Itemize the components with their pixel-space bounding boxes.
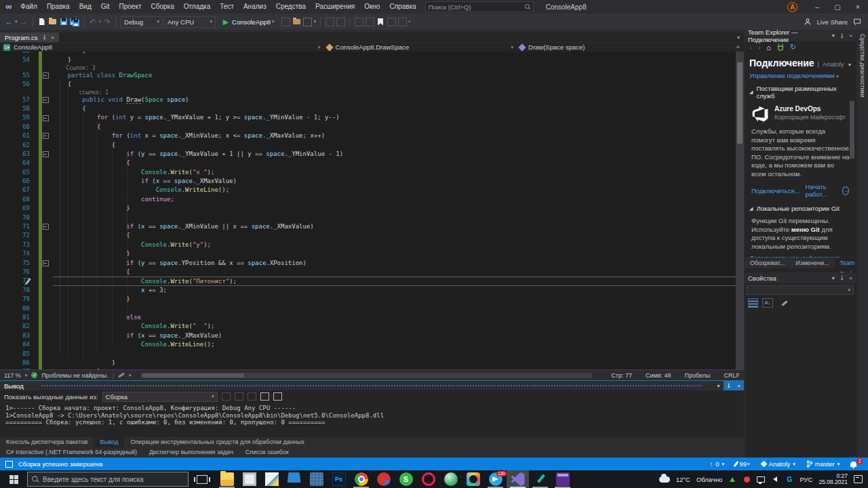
tool-tab[interactable]: Список ошибок: [239, 447, 295, 458]
next-bookmark-icon[interactable]: [398, 18, 407, 26]
code-cleanup-dropdown-icon[interactable]: ▾: [129, 373, 132, 378]
breadcrumb-dropdown-icon-2[interactable]: ▾: [511, 45, 514, 50]
clear-output-icon[interactable]: [273, 392, 282, 401]
get-started-link[interactable]: Начать работ...: [806, 183, 837, 198]
output-text[interactable]: 1>------ Сборка начата: проект: ConsoleA…: [0, 403, 744, 426]
code-line[interactable]: 85: [0, 350, 744, 359]
scrollbar-thumb[interactable]: [737, 62, 743, 144]
solution-configuration-combo[interactable]: Debug▾: [121, 16, 163, 28]
outgoing-commits-indicator[interactable]: ↑0▾: [709, 460, 724, 468]
arrow-circle-icon[interactable]: →: [842, 186, 849, 195]
navigate-back-icon[interactable]: ←: [4, 16, 14, 27]
maximize-button[interactable]: ▢: [827, 0, 848, 14]
menu-вид[interactable]: Вид: [75, 0, 96, 14]
active-files-dropdown-icon[interactable]: ▾: [737, 35, 740, 41]
account-avatar[interactable]: A: [787, 2, 797, 12]
indent-increase-icon[interactable]: [336, 18, 345, 26]
section-expanded-icon[interactable]: ◢: [749, 206, 753, 211]
action-center-icon[interactable]: [854, 475, 863, 483]
task-view-icon[interactable]: [197, 475, 208, 484]
categorized-view-icon[interactable]: [748, 298, 758, 308]
repository-indicator[interactable]: Anatoly▾: [762, 460, 795, 468]
weather-cloud-icon[interactable]: [659, 476, 670, 483]
te-forward-icon[interactable]: ›: [758, 43, 761, 52]
codelens-label[interactable]: ссылка: 1: [53, 89, 108, 96]
props-close-icon[interactable]: ×: [849, 275, 852, 281]
word-wrap-icon[interactable]: [260, 392, 269, 401]
save-all-icon[interactable]: [70, 16, 79, 27]
output-title-bar[interactable]: Вывод ▾ ⊸ ×: [0, 380, 744, 390]
menu-тест[interactable]: Тест: [215, 0, 239, 14]
run-target-label[interactable]: ConsoleApp8: [232, 18, 271, 26]
find-message-icon[interactable]: [222, 392, 231, 401]
weather-temp[interactable]: 12°C: [676, 476, 690, 483]
pin-icon[interactable]: ⊸: [725, 383, 732, 388]
branch-indicator[interactable]: master▾: [806, 460, 840, 468]
spaces-mode[interactable]: Пробелы: [685, 372, 711, 379]
minimize-button[interactable]: –: [807, 0, 827, 14]
connect-plug-icon[interactable]: [777, 43, 784, 52]
pin-icon[interactable]: ⊸: [839, 275, 846, 281]
pending-changes-indicator[interactable]: 99+: [735, 460, 751, 468]
tab-program-cs[interactable]: Program.cs ⊸ ×: [0, 33, 59, 42]
te-scrollbar-thumb[interactable]: [850, 101, 854, 159]
codelens-label[interactable]: Ссылок: 3: [53, 65, 96, 71]
props-dropdown-icon[interactable]: ▾: [832, 275, 835, 281]
tray-red-status-icon[interactable]: [743, 475, 751, 483]
solution-platform-combo[interactable]: Any CPU▾: [164, 16, 216, 28]
menu-расширения[interactable]: Расширения: [311, 0, 359, 14]
fold-collapse-icon[interactable]: −: [43, 73, 49, 79]
undo-dropdown-icon[interactable]: ▾: [99, 19, 102, 24]
uncomment-icon[interactable]: [366, 18, 374, 26]
volume-icon[interactable]: [771, 475, 779, 483]
toolbar-overflow-icon[interactable]: ▾: [408, 19, 411, 24]
code-cleanup-icon[interactable]: [118, 372, 125, 378]
codelens-row[interactable]: Ссылок: 3: [0, 65, 744, 71]
window-position-dropdown-icon[interactable]: ▾: [713, 381, 724, 390]
tab-diagnostic-tools[interactable]: Средства диагностики: [859, 30, 866, 98]
screenshot-icon[interactable]: [303, 18, 312, 26]
menu-справка[interactable]: Справка: [384, 0, 420, 14]
notifications-indicator[interactable]: 2: [850, 462, 863, 467]
new-project-icon[interactable]: [37, 16, 47, 27]
header-dropdown-icon[interactable]: ▾: [848, 62, 851, 68]
fold-collapse-icon[interactable]: −: [43, 260, 49, 266]
navigate-back-dropdown-icon[interactable]: ▾: [15, 19, 18, 24]
taskbar-app-paint[interactable]: [260, 470, 283, 488]
undo-icon[interactable]: ↶: [88, 16, 98, 27]
tool-tab[interactable]: Диспетчер выполнения задач: [143, 447, 239, 458]
code-line[interactable]: 59−for (int y = space._YMaxValue + 1; y …: [0, 113, 744, 122]
logitech-g-icon[interactable]: G: [785, 475, 793, 483]
editor-vertical-scrollbar[interactable]: [736, 52, 744, 369]
fold-collapse-icon[interactable]: −: [43, 133, 49, 139]
taskbar-app-visual-studio[interactable]: [507, 470, 529, 488]
properties-title-bar[interactable]: Свойства ▾ ⊸ ×: [745, 272, 856, 283]
codelens-row[interactable]: ссылка: 1: [0, 89, 744, 96]
live-share-label[interactable]: Live Share: [817, 18, 848, 26]
menu-отладка[interactable]: Отладка: [179, 0, 216, 14]
right-panel-tab[interactable]: Обозреват...: [745, 258, 790, 268]
goto-prev-message-icon[interactable]: [235, 392, 243, 401]
weather-condition[interactable]: Облачно: [696, 476, 723, 483]
taskbar-app-calculator[interactable]: [305, 470, 328, 488]
open-file-icon[interactable]: [48, 16, 58, 27]
fold-collapse-icon[interactable]: −: [43, 151, 49, 157]
te-back-icon[interactable]: ‹: [749, 43, 752, 52]
tool-tab[interactable]: C# Interactive (.NET Framework 64-разряд…: [0, 447, 143, 458]
connect-link[interactable]: Подключиться...: [751, 187, 800, 195]
refresh-icon[interactable]: ↻: [790, 43, 796, 52]
properties-object-combo[interactable]: ▾: [747, 285, 854, 295]
taskbar-app-sphere[interactable]: [439, 470, 462, 488]
zoom-dropdown-icon[interactable]: ▾: [25, 373, 28, 378]
code-line[interactable]: 86}: [0, 359, 744, 367]
taskbar-app-laptop[interactable]: [283, 470, 305, 488]
pin-icon[interactable]: ⊸: [839, 33, 846, 39]
navigate-forward-icon[interactable]: →: [19, 16, 28, 27]
menu-правка[interactable]: Правка: [42, 0, 75, 14]
taskbar-app-colorring[interactable]: [462, 470, 484, 488]
comment-icon[interactable]: [355, 18, 363, 26]
code-line[interactable]: 56{: [0, 80, 744, 89]
output-source-combo[interactable]: Сборка▾: [102, 392, 218, 402]
menu-анализ[interactable]: Анализ: [239, 0, 271, 14]
code-line[interactable]: 55−partial class DrawSpace: [0, 71, 744, 80]
